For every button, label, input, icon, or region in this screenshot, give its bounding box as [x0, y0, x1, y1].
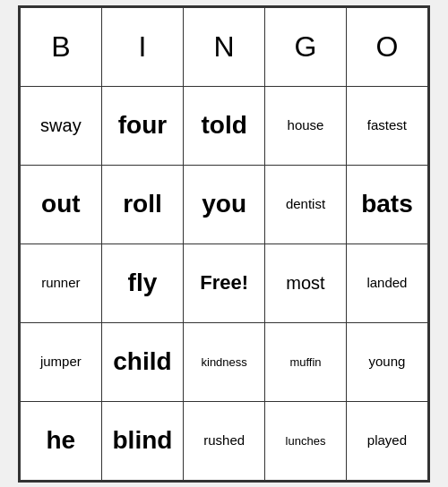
table-row: outrollyoudentistbats: [21, 165, 428, 244]
cell-text: kindness: [202, 355, 247, 369]
bingo-cell-r1-c3: dentist: [265, 165, 347, 244]
header-cell-n: N: [184, 7, 265, 86]
bingo-cell-r4-c1: blind: [101, 401, 183, 480]
cell-text: fastest: [367, 117, 407, 132]
bingo-cell-r2-c0: runner: [21, 244, 102, 322]
bingo-cell-r3-c3: muffin: [265, 322, 347, 401]
header-cell-b: B: [21, 7, 102, 86]
bingo-table: BINGO swayfourtoldhousefastestoutrollyou…: [20, 7, 428, 481]
header-cell-i: I: [101, 7, 183, 86]
cell-text: fly: [128, 269, 158, 296]
table-row: jumperchildkindnessmuffinyoung: [21, 322, 428, 401]
cell-text: house: [288, 117, 324, 132]
cell-text: runner: [41, 275, 80, 290]
cell-text: lunches: [286, 434, 326, 448]
cell-text: child: [113, 347, 171, 375]
bingo-cell-r1-c4: bats: [346, 165, 427, 244]
cell-text: bats: [361, 190, 413, 218]
header-row: BINGO: [21, 7, 428, 86]
cell-text: four: [118, 111, 167, 139]
bingo-cell-r3-c1: child: [101, 322, 183, 401]
bingo-cell-r1-c0: out: [21, 165, 102, 244]
bingo-cell-r4-c3: lunches: [265, 401, 347, 480]
cell-text: blind: [113, 426, 173, 454]
bingo-cell-r3-c4: young: [346, 322, 427, 401]
bingo-cell-r2-c2: Free!: [184, 244, 265, 322]
cell-text: out: [41, 190, 81, 218]
bingo-cell-r2-c3: most: [265, 244, 347, 322]
cell-text: told: [202, 111, 247, 139]
bingo-card: BINGO swayfourtoldhousefastestoutrollyou…: [18, 5, 430, 483]
bingo-cell-r0-c4: fastest: [346, 86, 427, 165]
bingo-cell-r4-c0: he: [21, 401, 102, 480]
bingo-cell-r0-c3: house: [265, 86, 347, 165]
cell-text: Free!: [200, 271, 248, 294]
bingo-cell-r2-c1: fly: [101, 244, 183, 322]
header-cell-o: O: [346, 7, 427, 86]
bingo-cell-r0-c2: told: [184, 86, 265, 165]
cell-text: he: [47, 426, 76, 454]
table-row: swayfourtoldhousefastest: [21, 86, 428, 165]
cell-text: muffin: [289, 355, 321, 369]
cell-text: roll: [123, 190, 162, 218]
bingo-cell-r0-c0: sway: [21, 86, 102, 165]
bingo-cell-r1-c2: you: [184, 165, 265, 244]
bingo-cell-r4-c2: rushed: [184, 401, 265, 480]
cell-text: rushed: [203, 432, 245, 448]
cell-text: dentist: [286, 196, 325, 211]
cell-text: young: [368, 354, 405, 369]
cell-text: most: [286, 273, 324, 293]
bingo-cell-r2-c4: landed: [346, 244, 427, 322]
header-cell-g: G: [265, 7, 347, 86]
bingo-cell-r0-c1: four: [101, 86, 183, 165]
bingo-cell-r3-c2: kindness: [184, 322, 265, 401]
table-row: heblindrushedlunchesplayed: [21, 401, 428, 480]
cell-text: landed: [366, 275, 407, 290]
bingo-cell-r1-c1: roll: [101, 165, 183, 244]
cell-text: you: [202, 190, 246, 218]
table-row: runnerflyFree!mostlanded: [21, 244, 428, 322]
bingo-cell-r4-c4: played: [346, 401, 427, 480]
cell-text: sway: [40, 115, 82, 135]
cell-text: jumper: [40, 354, 82, 369]
cell-text: played: [367, 432, 407, 448]
bingo-cell-r3-c0: jumper: [21, 322, 102, 401]
